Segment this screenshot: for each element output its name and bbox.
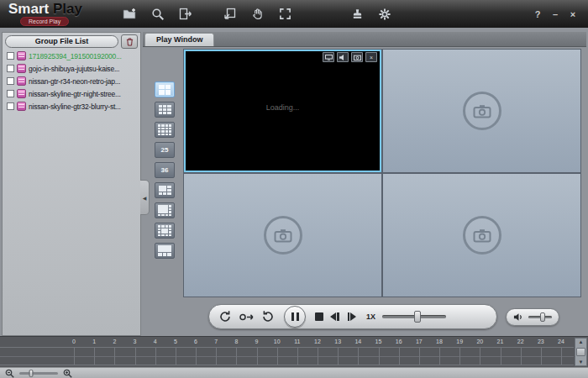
- file-checkbox[interactable]: [7, 65, 14, 72]
- timeline-hour-label: 18: [436, 339, 443, 344]
- speed-slider[interactable]: [382, 315, 446, 318]
- volume-slider-thumb[interactable]: [540, 312, 545, 322]
- split-6-button[interactable]: [155, 182, 175, 198]
- capture-button[interactable]: [218, 4, 240, 24]
- file-name: nissan-skyline-gtr32-blurry-st...: [29, 102, 121, 111]
- prev-frame-button[interactable]: [330, 312, 340, 321]
- video-pane-1[interactable]: × Loading...: [184, 50, 381, 172]
- next-frame-button[interactable]: [347, 312, 357, 321]
- timeline-hour-gridline: [480, 348, 480, 365]
- split-16-icon: [158, 124, 171, 135]
- speed-slider-thumb[interactable]: [414, 311, 421, 323]
- timeline-hour-label: 24: [558, 339, 564, 344]
- sidebar-collapse-handle[interactable]: ◀: [140, 180, 150, 215]
- scroll-up-icon[interactable]: ▲: [579, 339, 584, 345]
- split-36-button[interactable]: 36: [155, 162, 175, 178]
- watermark-stamp-button[interactable]: [346, 4, 368, 24]
- split-16-button[interactable]: [155, 122, 175, 138]
- file-checkbox[interactable]: [7, 52, 14, 60]
- window-controls: ? – ×: [533, 9, 588, 19]
- sync-play-button[interactable]: [239, 312, 255, 323]
- file-item[interactable]: nissan-skyline-gtr-night-stree...: [5, 87, 138, 100]
- fullscreen-button[interactable]: [274, 4, 296, 24]
- timeline-grid[interactable]: [0, 347, 574, 365]
- close-icon[interactable]: ×: [365, 52, 377, 62]
- timeline-hour-gridline: [216, 348, 217, 365]
- file-icon: [17, 76, 26, 86]
- hand-tool-button[interactable]: [246, 4, 268, 24]
- file-checkbox[interactable]: [7, 77, 14, 85]
- timeline-hour-gridline: [501, 348, 501, 365]
- split-wide-icon: [158, 245, 171, 256]
- video-grid: × Loading...: [183, 49, 581, 297]
- split-9-icon: [159, 105, 171, 115]
- prev-frame-icon: [330, 312, 336, 321]
- volume-slider[interactable]: [528, 316, 552, 318]
- next-frame-icon: [350, 312, 356, 321]
- timeline-scrollbar[interactable]: ▲ ▼: [575, 338, 587, 366]
- zoom-slider-thumb[interactable]: [29, 370, 33, 377]
- group-file-list-title: Group File List: [5, 35, 118, 48]
- speaker-icon[interactable]: [513, 310, 523, 325]
- video-pane-3[interactable]: [184, 174, 381, 297]
- file-icon: [17, 89, 26, 98]
- split-36-icon: 36: [161, 166, 169, 174]
- split-25-icon: 25: [161, 146, 169, 154]
- file-item[interactable]: nissan-gtr-r34-neon-retro-jap...: [5, 75, 138, 87]
- timeline-hour-gridline: [277, 348, 278, 365]
- scroll-down-icon[interactable]: ▼: [579, 359, 584, 365]
- split-wide-button[interactable]: [155, 243, 175, 259]
- split-13-button[interactable]: [155, 223, 175, 239]
- snapshot-icon[interactable]: [351, 52, 363, 62]
- split-4-button[interactable]: [155, 81, 175, 97]
- minimize-button[interactable]: –: [550, 9, 560, 19]
- file-checkbox[interactable]: [7, 90, 14, 97]
- audio-icon[interactable]: [337, 52, 349, 62]
- rewind-button[interactable]: [261, 310, 275, 323]
- settings-gear-button[interactable]: [374, 4, 396, 24]
- video-pane-2[interactable]: [383, 50, 580, 172]
- timeline-hour-gridline: [541, 348, 542, 365]
- split-8-button[interactable]: [155, 202, 175, 218]
- scrollbar-thumb[interactable]: [576, 348, 585, 356]
- file-name: nissan-skyline-gtr-night-stree...: [29, 90, 121, 98]
- timeline-hour-label: 11: [294, 339, 300, 344]
- open-file-button[interactable]: [119, 4, 141, 24]
- local-record-icon[interactable]: [323, 52, 334, 62]
- smart-play-window: Smart Play Record Play: [0, 0, 588, 378]
- titlebar: Smart Play Record Play: [0, 0, 588, 28]
- file-item[interactable]: nissan-skyline-gtr32-blurry-st...: [5, 100, 138, 113]
- zoom-out-button[interactable]: [5, 369, 14, 378]
- video-pane-4[interactable]: [383, 174, 580, 297]
- split-6-icon: [159, 186, 171, 196]
- timeline-hour-gridline: [257, 348, 258, 365]
- file-item[interactable]: gojo-in-shibuya-jujutsu-kaise...: [5, 62, 138, 75]
- timeline-zoom-slider[interactable]: [19, 372, 58, 375]
- export-file-button[interactable]: [175, 4, 197, 24]
- stop-button[interactable]: [315, 312, 323, 321]
- split-4-icon: [159, 85, 171, 95]
- split-25-button[interactable]: 25: [155, 142, 175, 158]
- timeline-hour-label: 4: [154, 339, 157, 344]
- file-checkbox[interactable]: [7, 102, 14, 110]
- timeline-hour-label: 0: [72, 339, 76, 344]
- pause-button[interactable]: [284, 306, 306, 328]
- zoom-in-button[interactable]: [63, 369, 72, 378]
- loop-button[interactable]: [218, 310, 232, 323]
- record-play-badge: Record Play: [20, 17, 69, 26]
- tab-play-window[interactable]: Play Window: [144, 33, 214, 46]
- chevron-left-icon: ◀: [143, 195, 147, 201]
- split-13-icon: [158, 225, 171, 236]
- split-9-button[interactable]: [155, 102, 175, 118]
- help-button[interactable]: ?: [533, 9, 543, 19]
- file-item[interactable]: 1718925394_191500192000...: [5, 50, 138, 62]
- close-button[interactable]: ×: [568, 9, 578, 19]
- timeline-hour-label: 10: [274, 339, 281, 344]
- stop-icon: [315, 312, 323, 321]
- delete-file-button[interactable]: [121, 34, 138, 49]
- timeline-hour-label: 14: [354, 339, 361, 344]
- file-list: 1718925394_191500192000...gojo-in-shibuy…: [3, 50, 140, 113]
- timeline: 0123456789101112131415161718192021222324…: [0, 336, 588, 367]
- file-list-panel: Group File List 1718925394_191500192000.…: [2, 32, 141, 336]
- search-record-button[interactable]: [147, 4, 169, 24]
